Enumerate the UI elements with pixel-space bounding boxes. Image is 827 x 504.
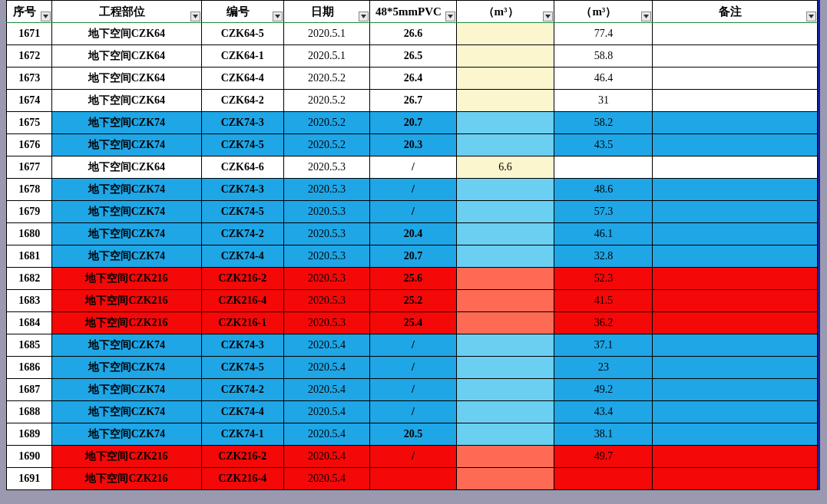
cell-m3b[interactable]: 46.1: [554, 223, 653, 245]
cell-remark[interactable]: [653, 90, 818, 112]
cell-remark[interactable]: [653, 201, 818, 223]
cell-date[interactable]: 2020.5.4: [283, 357, 369, 379]
cell-code[interactable]: CZK216-2: [201, 268, 283, 290]
cell-part[interactable]: 地下空间CZK74: [52, 245, 201, 268]
cell-pvc[interactable]: 25.6: [370, 268, 456, 290]
cell-part[interactable]: 地下空间CZK216: [52, 268, 201, 290]
cell-date[interactable]: 2020.5.4: [283, 446, 369, 468]
cell-m3a[interactable]: [456, 134, 554, 156]
cell-m3b[interactable]: 31: [554, 90, 653, 112]
cell-m3b[interactable]: 58.8: [554, 45, 653, 68]
cell-date[interactable]: 2020.5.3: [283, 179, 369, 201]
cell-date[interactable]: 2020.5.2: [283, 90, 369, 112]
cell-part[interactable]: 地下空间CZK216: [52, 468, 201, 490]
cell-part[interactable]: 地下空间CZK74: [52, 334, 201, 357]
cell-pvc[interactable]: /: [370, 379, 456, 401]
cell-seq[interactable]: 1686: [7, 357, 52, 379]
cell-seq[interactable]: 1678: [7, 179, 52, 201]
cell-remark[interactable]: [653, 68, 818, 90]
cell-code[interactable]: CZK64-5: [201, 23, 283, 45]
header-m3b[interactable]: （m³）: [554, 1, 653, 23]
cell-date[interactable]: 2020.5.2: [283, 134, 369, 156]
cell-m3a[interactable]: [456, 45, 554, 68]
cell-m3b[interactable]: 46.4: [554, 68, 653, 90]
filter-icon[interactable]: [190, 12, 200, 21]
cell-pvc[interactable]: /: [370, 201, 456, 223]
cell-part[interactable]: 地下空间CZK64: [52, 156, 201, 179]
cell-pvc[interactable]: 26.7: [370, 90, 456, 112]
cell-date[interactable]: 2020.5.4: [283, 468, 369, 490]
cell-m3a[interactable]: [456, 112, 554, 134]
filter-icon[interactable]: [41, 12, 51, 21]
cell-date[interactable]: 2020.5.3: [283, 201, 369, 223]
cell-pvc[interactable]: 20.3: [370, 134, 456, 156]
cell-seq[interactable]: 1672: [7, 45, 52, 68]
filter-icon[interactable]: [273, 12, 283, 21]
cell-date[interactable]: 2020.5.4: [283, 379, 369, 401]
cell-code[interactable]: CZK74-5: [201, 134, 283, 156]
cell-seq[interactable]: 1690: [7, 446, 52, 468]
cell-remark[interactable]: [653, 179, 818, 201]
cell-m3a[interactable]: [456, 290, 554, 312]
cell-date[interactable]: 2020.5.2: [283, 68, 369, 90]
cell-remark[interactable]: [653, 401, 818, 423]
cell-remark[interactable]: [653, 23, 818, 45]
cell-code[interactable]: CZK74-2: [201, 379, 283, 401]
cell-pvc[interactable]: /: [370, 156, 456, 179]
cell-m3b[interactable]: [554, 468, 653, 490]
cell-m3b[interactable]: 57.3: [554, 201, 653, 223]
filter-icon[interactable]: [359, 12, 369, 21]
cell-date[interactable]: 2020.5.3: [283, 290, 369, 312]
cell-remark[interactable]: [653, 156, 818, 179]
cell-m3b[interactable]: 43.4: [554, 401, 653, 423]
filter-icon[interactable]: [445, 12, 455, 21]
cell-code[interactable]: CZK74-3: [201, 112, 283, 134]
cell-code[interactable]: CZK64-4: [201, 68, 283, 90]
cell-seq[interactable]: 1682: [7, 268, 52, 290]
cell-m3a[interactable]: [456, 334, 554, 357]
cell-m3b[interactable]: [554, 156, 653, 179]
cell-m3a[interactable]: [456, 268, 554, 290]
cell-seq[interactable]: 1681: [7, 245, 52, 268]
cell-part[interactable]: 地下空间CZK216: [52, 312, 201, 334]
header-part[interactable]: 工程部位: [52, 1, 201, 23]
cell-pvc[interactable]: 26.4: [370, 68, 456, 90]
cell-m3a[interactable]: [456, 312, 554, 334]
cell-remark[interactable]: [653, 334, 818, 357]
cell-seq[interactable]: 1676: [7, 134, 52, 156]
cell-part[interactable]: 地下空间CZK74: [52, 401, 201, 423]
cell-remark[interactable]: [653, 45, 818, 68]
cell-part[interactable]: 地下空间CZK64: [52, 45, 201, 68]
cell-remark[interactable]: [653, 468, 818, 490]
cell-date[interactable]: 2020.5.4: [283, 423, 369, 446]
cell-m3a[interactable]: 6.6: [456, 156, 554, 179]
cell-m3b[interactable]: 49.7: [554, 446, 653, 468]
cell-pvc[interactable]: /: [370, 179, 456, 201]
cell-m3a[interactable]: [456, 357, 554, 379]
cell-code[interactable]: CZK74-5: [201, 357, 283, 379]
cell-seq[interactable]: 1684: [7, 312, 52, 334]
cell-seq[interactable]: 1679: [7, 201, 52, 223]
header-remark[interactable]: 备注: [653, 1, 818, 23]
cell-m3b[interactable]: 43.5: [554, 134, 653, 156]
cell-pvc[interactable]: 26.6: [370, 23, 456, 45]
header-code[interactable]: 编号: [201, 1, 283, 23]
cell-pvc[interactable]: 20.4: [370, 223, 456, 245]
cell-m3b[interactable]: 37.1: [554, 334, 653, 357]
cell-pvc[interactable]: 20.7: [370, 245, 456, 268]
cell-m3a[interactable]: [456, 423, 554, 446]
cell-code[interactable]: CZK74-3: [201, 334, 283, 357]
cell-part[interactable]: 地下空间CZK74: [52, 357, 201, 379]
cell-m3b[interactable]: 41.5: [554, 290, 653, 312]
cell-remark[interactable]: [653, 312, 818, 334]
filter-icon[interactable]: [641, 12, 651, 21]
cell-seq[interactable]: 1680: [7, 223, 52, 245]
cell-part[interactable]: 地下空间CZK74: [52, 223, 201, 245]
cell-remark[interactable]: [653, 245, 818, 268]
cell-m3a[interactable]: [456, 90, 554, 112]
cell-pvc[interactable]: 25.2: [370, 290, 456, 312]
cell-part[interactable]: 地下空间CZK64: [52, 90, 201, 112]
cell-pvc[interactable]: 20.7: [370, 112, 456, 134]
cell-seq[interactable]: 1691: [7, 468, 52, 490]
cell-code[interactable]: CZK64-2: [201, 90, 283, 112]
